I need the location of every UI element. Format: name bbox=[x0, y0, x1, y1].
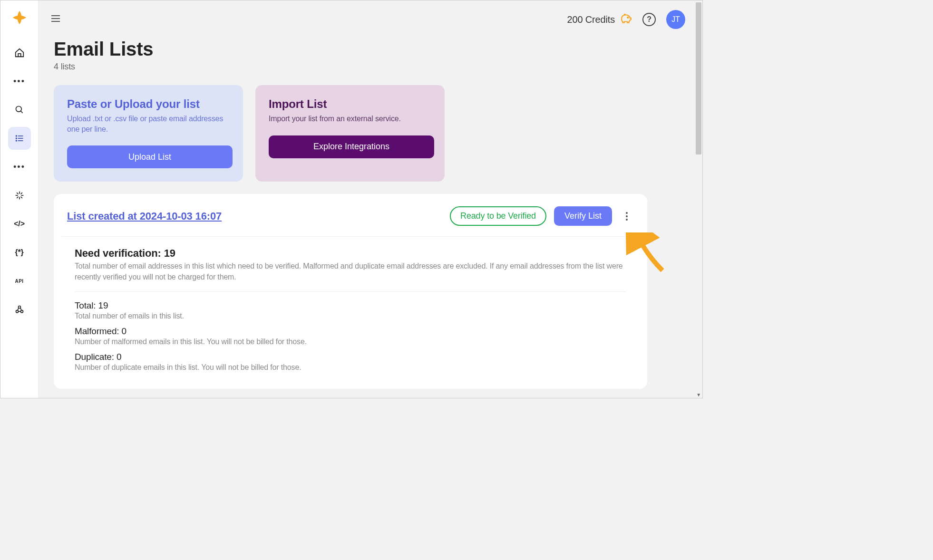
svg-line-15 bbox=[20, 193, 22, 194]
svg-line-13 bbox=[20, 197, 22, 198]
svg-line-14 bbox=[17, 197, 18, 198]
logo-icon bbox=[10, 8, 29, 27]
sidebar: ••• ••• </> {*} API bbox=[0, 0, 39, 398]
list-card: List created at 2024-10-03 16:07 Ready t… bbox=[54, 194, 647, 388]
verify-list-button[interactable]: Verify List bbox=[554, 206, 612, 226]
upload-list-button[interactable]: Upload List bbox=[67, 145, 233, 168]
upload-card-title: Paste or Upload your list bbox=[67, 97, 230, 111]
main-area: 200 Credits ? JT Email Lists 4 lists Pas… bbox=[39, 0, 702, 398]
piggy-bank-icon bbox=[620, 12, 632, 27]
nav-spark-icon[interactable] bbox=[8, 184, 31, 207]
import-card-desc: Import your list from an external servic… bbox=[269, 114, 431, 124]
nav-webhooks-icon[interactable] bbox=[8, 298, 31, 321]
page-title: Email Lists bbox=[54, 39, 683, 60]
list-name-link[interactable]: List created at 2024-10-03 16:07 bbox=[67, 210, 222, 222]
svg-point-24 bbox=[626, 215, 628, 217]
nav-more-2[interactable]: ••• bbox=[8, 155, 31, 178]
scrollbar-thumb[interactable] bbox=[696, 2, 701, 154]
more-options-button[interactable] bbox=[620, 209, 634, 223]
help-icon[interactable]: ? bbox=[642, 13, 656, 26]
menu-toggle-icon[interactable] bbox=[50, 13, 61, 26]
duplicate-title: Duplicate: 0 bbox=[75, 352, 626, 362]
total-desc: Total number of emails in this list. bbox=[75, 312, 626, 320]
upload-card: Paste or Upload your list Upload .txt or… bbox=[54, 85, 243, 182]
svg-point-16 bbox=[16, 310, 18, 313]
import-card-title: Import List bbox=[269, 97, 431, 111]
nav-lists[interactable] bbox=[8, 127, 31, 150]
svg-line-1 bbox=[20, 111, 22, 113]
nav-code-icon[interactable]: </> bbox=[8, 212, 31, 235]
total-title: Total: 19 bbox=[75, 300, 626, 311]
page-subtitle: 4 lists bbox=[54, 62, 683, 72]
import-card: Import List Import your list from an ext… bbox=[255, 85, 445, 182]
upload-card-desc: Upload .txt or .csv file or paste email … bbox=[67, 114, 230, 134]
svg-point-0 bbox=[16, 106, 21, 112]
svg-point-5 bbox=[16, 135, 17, 136]
svg-point-7 bbox=[16, 140, 17, 141]
explore-integrations-button[interactable]: Explore Integrations bbox=[269, 135, 434, 158]
scroll-down-icon[interactable]: ▼ bbox=[696, 392, 701, 398]
svg-point-22 bbox=[627, 17, 628, 18]
divider bbox=[75, 291, 626, 292]
need-verification-desc: Total number of email addresses in this … bbox=[75, 261, 626, 282]
need-verification-title: Need verification: 19 bbox=[75, 247, 626, 260]
avatar[interactable]: JT bbox=[666, 10, 685, 29]
status-badge: Ready to be Verified bbox=[450, 206, 546, 226]
svg-point-17 bbox=[20, 310, 23, 313]
nav-home[interactable] bbox=[8, 41, 31, 64]
svg-point-6 bbox=[16, 138, 17, 139]
scrollbar[interactable]: ▼ bbox=[695, 0, 702, 398]
topbar: 200 Credits ? JT bbox=[39, 0, 702, 33]
malformed-title: Malformed: 0 bbox=[75, 326, 626, 337]
svg-line-12 bbox=[17, 193, 18, 194]
nav-api[interactable]: API bbox=[8, 270, 31, 292]
nav-braces-icon[interactable]: {*} bbox=[8, 241, 31, 264]
divider bbox=[61, 236, 640, 237]
duplicate-desc: Number of duplicate emails in this list.… bbox=[75, 363, 626, 372]
credits-display[interactable]: 200 Credits bbox=[567, 12, 632, 27]
credits-label: 200 Credits bbox=[567, 14, 615, 25]
malformed-desc: Number of malformed emails in this list.… bbox=[75, 338, 626, 346]
nav-more-1[interactable]: ••• bbox=[8, 70, 31, 93]
svg-point-25 bbox=[626, 219, 628, 221]
nav-search[interactable] bbox=[8, 98, 31, 121]
svg-point-23 bbox=[626, 212, 628, 214]
